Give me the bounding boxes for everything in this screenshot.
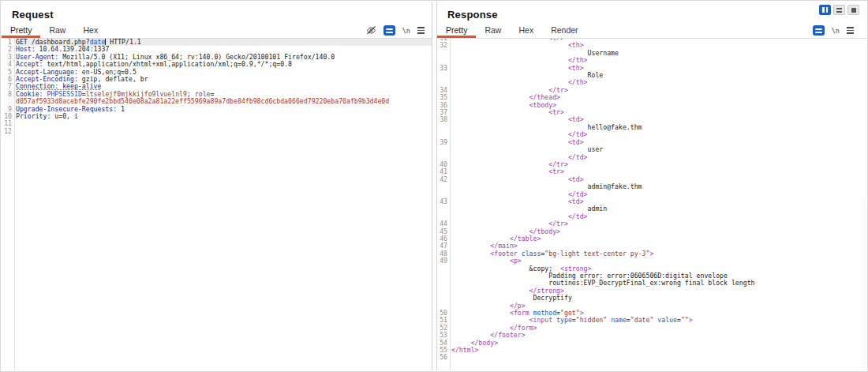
request-panel-title: Request [12, 9, 54, 21]
code-line: 10Priority: u=0, i [2, 113, 432, 120]
code-line: 56 [437, 354, 866, 361]
tab-pretty[interactable]: Pretty [437, 23, 476, 38]
editor-window: Request PrettyRawHex \n 1GET /dashboard.… [0, 0, 868, 372]
show-newlines-icon[interactable]: \n [402, 27, 410, 35]
highlight-toggle-icon[interactable] [383, 25, 395, 36]
tab-render[interactable]: Render [542, 23, 586, 38]
code-text: </html> [451, 347, 866, 354]
code-text: Upgrade-Insecure-Requests: 1 [16, 106, 432, 113]
layout-buttons [819, 5, 859, 15]
code-text [16, 120, 432, 127]
code-line: 12 [2, 128, 432, 135]
request-editor[interactable]: 1GET /dashboard.php?date HTTP/1.12Host: … [2, 39, 432, 370]
response-viewer[interactable]: 31 <tr>32 <th> Username </th>33 <th> [437, 39, 866, 370]
response-panel: Response PrettyRawHexRender \n 31 <tr>32… [436, 2, 866, 370]
request-panel: Request PrettyRawHex \n 1GET /dashboard.… [2, 2, 432, 370]
response-menu-icon[interactable] [847, 27, 854, 34]
code-text [16, 128, 432, 135]
tab-hex[interactable]: Hex [74, 23, 107, 38]
request-tab-icons: \n [366, 25, 425, 36]
response-tab-icons: \n [813, 25, 854, 36]
tab-raw[interactable]: Raw [40, 23, 74, 38]
code-text: </body> [451, 340, 866, 347]
code-line: 54 </body> [437, 340, 866, 347]
layout-columns-button[interactable] [819, 5, 831, 15]
tab-hex[interactable]: Hex [510, 23, 542, 38]
highlight-toggle-icon[interactable] [813, 25, 825, 36]
response-panel-title: Response [447, 9, 498, 21]
show-newlines-icon[interactable]: \n [832, 27, 840, 35]
layout-rows-button[interactable] [833, 5, 845, 15]
tab-pretty[interactable]: Pretty [2, 23, 40, 38]
code-text: </footer> [451, 332, 866, 339]
tab-raw[interactable]: Raw [476, 23, 510, 38]
gutter-separator [14, 39, 15, 370]
code-line: 11 [2, 120, 432, 127]
gutter-separator [450, 39, 451, 370]
layout-single-button[interactable] [847, 5, 859, 15]
code-line: 55</html> [437, 347, 866, 354]
response-scrollbar[interactable] [862, 197, 866, 370]
request-menu-icon[interactable] [417, 27, 425, 34]
code-line: 53 </footer> [437, 332, 866, 339]
response-tabbar: PrettyRawHexRender [437, 24, 866, 39]
code-text: Priority: u=0, i [16, 113, 432, 120]
code-text [451, 354, 866, 361]
hide-eye-icon[interactable] [366, 25, 376, 36]
